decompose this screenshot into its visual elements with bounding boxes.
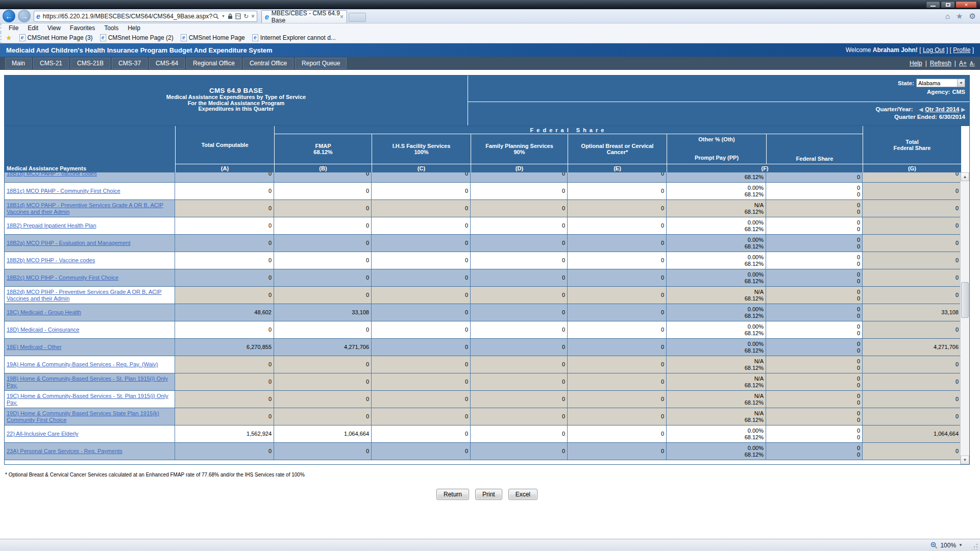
row-link[interactable]: 18D) Medicaid - Coinsurance <box>7 327 79 333</box>
row-link[interactable]: 22) All-Inclusive Care Elderly <box>7 431 79 437</box>
cell-federal-share: 00 <box>766 172 863 183</box>
profile-link[interactable]: Profile <box>953 46 970 54</box>
nav-tab-cms37[interactable]: CMS-37 <box>112 58 148 69</box>
row-link[interactable]: 19B) Home & Community-Based Services - S… <box>7 375 173 388</box>
url-text[interactable]: https://65.220.21.9/MBESCBES/CMS64/CMS64… <box>43 13 213 20</box>
window-close-button[interactable]: × <box>955 1 977 8</box>
federal-share-value-2: 0 <box>857 243 860 250</box>
row-link[interactable]: 18E) Medicaid - Other <box>7 344 62 350</box>
agency-label: Agency: <box>927 89 950 95</box>
search-dropdown-icon[interactable]: ▼ <box>222 14 225 18</box>
quarter-next-icon[interactable]: ▶ <box>961 107 965 112</box>
search-icon[interactable] <box>213 13 219 19</box>
logout-link[interactable]: Log Out <box>923 46 945 54</box>
cell-value: 0 <box>661 396 664 403</box>
help-link[interactable]: Help <box>910 60 922 67</box>
prompt-pay-value: 68.12% <box>745 382 764 389</box>
refresh-icon[interactable]: ↻ <box>243 13 249 19</box>
favorite-link-4[interactable]: e Internet Explorer cannot d... <box>252 34 336 41</box>
back-button[interactable]: ← <box>3 10 15 22</box>
compatibility-view-icon[interactable] <box>235 13 241 19</box>
print-button[interactable]: Print <box>475 489 502 500</box>
row-link[interactable]: 19D) Home & Community Based Services Sta… <box>7 410 173 423</box>
new-tab-button[interactable] <box>349 13 366 22</box>
cell-c: 0 <box>372 183 471 200</box>
menu-edit[interactable]: Edit <box>28 24 38 32</box>
cell-value: 0 <box>268 448 272 455</box>
scroll-down-button[interactable]: ▼ <box>961 456 969 464</box>
row-link[interactable]: 18B2b) MCO PIHP - Vaccine codes <box>7 257 95 264</box>
menu-tools[interactable]: Tools <box>104 24 118 32</box>
quarter-prev-icon[interactable]: ◀ <box>919 107 923 112</box>
refresh-link[interactable]: Refresh <box>930 60 951 67</box>
home-icon[interactable]: ⌂ <box>945 12 950 21</box>
favorite-link-2[interactable]: e CMSnet Home Page (2) <box>100 34 174 41</box>
cell-federal-share: 00 <box>766 391 863 408</box>
row-link[interactable]: 19C) Home & Community-Based Services - S… <box>7 393 173 406</box>
tools-gear-icon[interactable]: ⚙ <box>969 12 976 21</box>
row-link[interactable]: 23A) Personal Care Services - Reg. Payme… <box>7 448 122 455</box>
nav-tab-cms21[interactable]: CMS-21 <box>33 58 69 69</box>
scrollbar-thumb[interactable] <box>961 282 969 318</box>
cell-e: 0 <box>568 287 667 304</box>
row-link[interactable]: 18B1d) MCO PAHP - Preventive Services Gr… <box>7 202 173 215</box>
row-link[interactable]: 18B1c) MCO PAHP - Community First Choice <box>7 188 120 194</box>
nav-tab-cms21b[interactable]: CMS-21B <box>70 58 110 69</box>
chevron-down-icon[interactable]: ▼ <box>960 81 963 85</box>
zoom-caret-icon[interactable]: ▼ <box>959 543 963 547</box>
row-link[interactable]: 18B1b) MCO PAHP - Vaccine codes <box>7 172 97 177</box>
prompt-pay-value: 68.12% <box>745 209 764 215</box>
row-link[interactable]: 18B2d) MCO PIHP - Preventive Services Gr… <box>7 289 173 302</box>
other-pct-value: 0.00% <box>748 271 764 278</box>
font-decrease-link[interactable]: A- <box>970 61 975 66</box>
menu-file[interactable]: File <box>9 24 18 32</box>
stop-icon[interactable]: × <box>251 13 255 19</box>
window-maximize-button[interactable] <box>941 1 955 8</box>
cell-c: 0 <box>372 304 471 321</box>
row-link[interactable]: 19A) Home & Community-Based Services - R… <box>7 361 158 368</box>
excel-button[interactable]: Excel <box>508 489 537 500</box>
menu-favorites[interactable]: Favorites <box>70 24 95 32</box>
table-row: 18B1b) MCO PAHP - Vaccine codes000000.00… <box>5 172 961 183</box>
vertical-scrollbar[interactable]: ▲ ▼ <box>960 172 969 464</box>
nav-tab-regional-office[interactable]: Regional Office <box>186 58 241 69</box>
favorites-star-icon[interactable]: ★ <box>956 12 963 21</box>
row-link[interactable]: 18C) Medicaid - Group Health <box>7 309 81 316</box>
page-icon: e <box>252 34 258 41</box>
quarter-value-link[interactable]: Qtr 3rd 2014 <box>925 106 959 112</box>
forward-button[interactable]: → <box>18 10 31 22</box>
nav-tab-central-office[interactable]: Central Office <box>243 58 293 69</box>
other-pct-value: 0.00% <box>748 185 764 191</box>
favorite-link-3[interactable]: e CMSnet Home Page <box>181 34 245 41</box>
scroll-up-button[interactable]: ▲ <box>961 172 969 181</box>
nav-tab-report-queue[interactable]: Report Queue <box>295 58 347 69</box>
resize-grip-icon[interactable] <box>972 543 978 549</box>
tab-close-icon[interactable]: × <box>340 13 344 20</box>
row-link[interactable]: 18B2a) MCO PIHP - Evaluation and Managem… <box>7 240 131 246</box>
table-row: 18B2a) MCO PIHP - Evaluation and Managem… <box>5 235 961 252</box>
return-button[interactable]: Return <box>436 489 469 500</box>
window-minimize-button[interactable] <box>926 1 940 8</box>
cell-e: 0 <box>568 339 667 356</box>
nav-tab-main[interactable]: Main <box>5 58 32 69</box>
row-link[interactable]: 18B2) Prepaid Inpatient Health Plan <box>7 222 96 229</box>
favorite-link-1[interactable]: e CMSnet Home Page (3) <box>19 34 93 41</box>
state-select[interactable]: Alabama ▼ <box>916 79 965 87</box>
font-increase-link[interactable]: A+ <box>959 60 967 67</box>
cell-b: 0 <box>274 321 372 339</box>
row-link[interactable]: 18B2c) MCO PIHP - Community First Choice <box>7 274 118 281</box>
column-letter-g: (G) <box>863 164 961 172</box>
cell-value: 0 <box>661 413 664 420</box>
cell-total-federal-share: 0 <box>863 217 961 235</box>
table-row: 18B2c) MCO PIHP - Community First Choice… <box>5 269 961 287</box>
cell-d: 0 <box>471 304 568 321</box>
address-bar[interactable]: e https://65.220.21.9/MBESCBES/CMS64/CMS… <box>34 11 257 22</box>
menu-help[interactable]: Help <box>128 24 140 32</box>
zoom-control[interactable]: 100% ▼ <box>930 542 963 549</box>
nav-tab-cms64[interactable]: CMS-64 <box>149 58 185 69</box>
add-favorite-icon[interactable]: ★ <box>6 34 12 42</box>
cell-value: 0 <box>465 413 468 420</box>
form-header: CMS 64.9 BASE Medical Assistance Expendi… <box>4 75 970 126</box>
menu-view[interactable]: View <box>47 24 61 32</box>
browser-tab[interactable]: e MBES/CBES - CMS 64.9 Base × <box>261 10 347 23</box>
